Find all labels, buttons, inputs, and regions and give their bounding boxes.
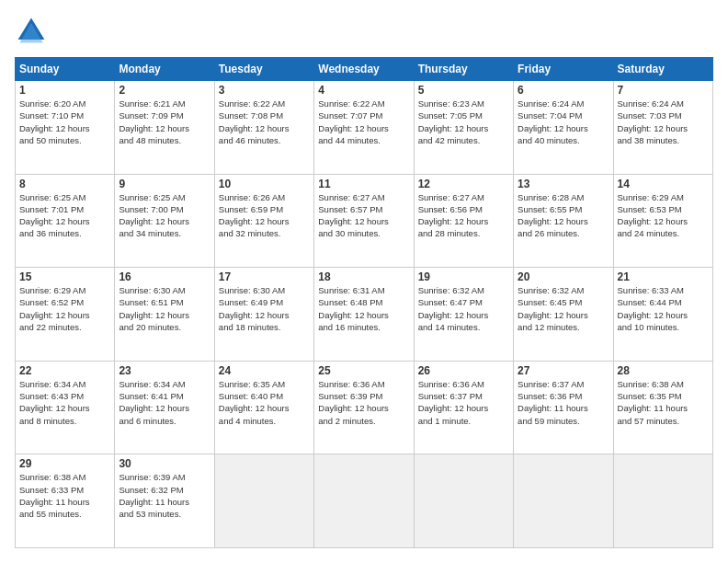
day-info: Sunrise: 6:30 AM Sunset: 6:51 PM Dayligh…: [119, 284, 210, 333]
col-wednesday: Wednesday: [314, 58, 414, 81]
day-info: Sunrise: 6:34 AM Sunset: 6:43 PM Dayligh…: [19, 378, 110, 427]
col-saturday: Saturday: [613, 58, 712, 81]
calendar-cell: 25Sunrise: 6:36 AM Sunset: 6:39 PM Dayli…: [314, 361, 414, 454]
day-info: Sunrise: 6:37 AM Sunset: 6:36 PM Dayligh…: [518, 378, 609, 427]
day-number: 11: [318, 178, 409, 190]
day-number: 22: [19, 364, 110, 377]
day-info: Sunrise: 6:36 AM Sunset: 6:37 PM Dayligh…: [418, 378, 509, 427]
calendar-cell: 26Sunrise: 6:36 AM Sunset: 6:37 PM Dayli…: [414, 361, 513, 454]
calendar-cell: 20Sunrise: 6:32 AM Sunset: 6:45 PM Dayli…: [514, 268, 613, 362]
day-number: 23: [119, 364, 210, 377]
day-number: 6: [518, 84, 609, 97]
calendar-cell: 10Sunrise: 6:26 AM Sunset: 6:59 PM Dayli…: [214, 174, 313, 268]
day-info: Sunrise: 6:29 AM Sunset: 6:52 PM Dayligh…: [19, 284, 110, 333]
calendar-cell: 24Sunrise: 6:35 AM Sunset: 6:40 PM Dayli…: [214, 361, 313, 454]
calendar-cell: 7Sunrise: 6:24 AM Sunset: 7:03 PM Daylig…: [613, 81, 712, 175]
calendar-cell: 19Sunrise: 6:32 AM Sunset: 6:47 PM Dayli…: [414, 268, 513, 362]
day-info: Sunrise: 6:33 AM Sunset: 6:44 PM Dayligh…: [618, 284, 709, 333]
calendar-cell: 4Sunrise: 6:22 AM Sunset: 7:07 PM Daylig…: [314, 81, 414, 175]
day-number: 20: [518, 270, 609, 283]
day-number: 26: [418, 364, 509, 377]
day-number: 7: [618, 84, 709, 97]
calendar-week-row: 29Sunrise: 6:38 AM Sunset: 6:33 PM Dayli…: [16, 454, 713, 548]
calendar-cell: 2Sunrise: 6:21 AM Sunset: 7:09 PM Daylig…: [115, 81, 214, 175]
page: Sunday Monday Tuesday Wednesday Thursday…: [0, 0, 728, 563]
calendar-cell: 9Sunrise: 6:25 AM Sunset: 7:00 PM Daylig…: [115, 174, 214, 268]
col-monday: Monday: [115, 58, 214, 81]
calendar-cell: 12Sunrise: 6:27 AM Sunset: 6:56 PM Dayli…: [414, 174, 513, 268]
calendar-cell: 27Sunrise: 6:37 AM Sunset: 6:36 PM Dayli…: [514, 361, 613, 454]
calendar-cell: [414, 454, 513, 548]
calendar-week-row: 22Sunrise: 6:34 AM Sunset: 6:43 PM Dayli…: [16, 361, 713, 454]
day-info: Sunrise: 6:38 AM Sunset: 6:33 PM Dayligh…: [19, 471, 110, 520]
day-info: Sunrise: 6:39 AM Sunset: 6:32 PM Dayligh…: [119, 471, 210, 520]
day-number: 27: [518, 364, 609, 377]
col-thursday: Thursday: [414, 58, 513, 81]
day-info: Sunrise: 6:34 AM Sunset: 6:41 PM Dayligh…: [119, 378, 210, 427]
calendar-cell: 23Sunrise: 6:34 AM Sunset: 6:41 PM Dayli…: [115, 361, 214, 454]
col-friday: Friday: [514, 58, 613, 81]
day-number: 30: [119, 457, 210, 470]
calendar-cell: 28Sunrise: 6:38 AM Sunset: 6:35 PM Dayli…: [613, 361, 712, 454]
day-info: Sunrise: 6:27 AM Sunset: 6:57 PM Dayligh…: [318, 191, 409, 240]
day-info: Sunrise: 6:26 AM Sunset: 6:59 PM Dayligh…: [219, 191, 310, 240]
calendar-cell: 6Sunrise: 6:24 AM Sunset: 7:04 PM Daylig…: [514, 81, 613, 175]
day-number: 9: [119, 178, 210, 190]
day-info: Sunrise: 6:24 AM Sunset: 7:03 PM Dayligh…: [618, 98, 709, 146]
day-info: Sunrise: 6:25 AM Sunset: 7:01 PM Dayligh…: [19, 191, 110, 240]
day-number: 3: [219, 84, 310, 97]
day-info: Sunrise: 6:32 AM Sunset: 6:47 PM Dayligh…: [418, 284, 509, 333]
calendar-cell: 13Sunrise: 6:28 AM Sunset: 6:55 PM Dayli…: [514, 174, 613, 268]
day-info: Sunrise: 6:32 AM Sunset: 6:45 PM Dayligh…: [518, 284, 609, 333]
day-info: Sunrise: 6:22 AM Sunset: 7:07 PM Dayligh…: [318, 98, 409, 146]
day-number: 21: [618, 270, 709, 283]
day-info: Sunrise: 6:27 AM Sunset: 6:56 PM Dayligh…: [418, 191, 509, 240]
day-info: Sunrise: 6:28 AM Sunset: 6:55 PM Dayligh…: [518, 191, 609, 240]
calendar-cell: 16Sunrise: 6:30 AM Sunset: 6:51 PM Dayli…: [115, 268, 214, 362]
calendar-cell: 14Sunrise: 6:29 AM Sunset: 6:53 PM Dayli…: [613, 174, 712, 268]
day-info: Sunrise: 6:20 AM Sunset: 7:10 PM Dayligh…: [19, 98, 110, 146]
day-info: Sunrise: 6:21 AM Sunset: 7:09 PM Dayligh…: [119, 98, 210, 146]
day-number: 1: [19, 84, 110, 97]
calendar-cell: 30Sunrise: 6:39 AM Sunset: 6:32 PM Dayli…: [115, 454, 214, 548]
calendar-cell: [214, 454, 313, 548]
calendar-week-row: 8Sunrise: 6:25 AM Sunset: 7:01 PM Daylig…: [16, 174, 713, 268]
day-info: Sunrise: 6:30 AM Sunset: 6:49 PM Dayligh…: [219, 284, 310, 333]
calendar-cell: [613, 454, 712, 548]
day-number: 8: [19, 178, 110, 190]
col-sunday: Sunday: [16, 58, 115, 81]
day-number: 13: [518, 178, 609, 190]
calendar-cell: 1Sunrise: 6:20 AM Sunset: 7:10 PM Daylig…: [16, 81, 115, 175]
calendar-cell: 17Sunrise: 6:30 AM Sunset: 6:49 PM Dayli…: [214, 268, 313, 362]
day-info: Sunrise: 6:24 AM Sunset: 7:04 PM Dayligh…: [518, 98, 609, 146]
logo-icon: [15, 15, 48, 48]
calendar-cell: 5Sunrise: 6:23 AM Sunset: 7:05 PM Daylig…: [414, 81, 513, 175]
day-number: 24: [219, 364, 310, 377]
day-number: 19: [418, 270, 509, 283]
day-info: Sunrise: 6:25 AM Sunset: 7:00 PM Dayligh…: [119, 191, 210, 240]
day-number: 29: [19, 457, 110, 470]
day-number: 25: [318, 364, 409, 377]
calendar-cell: 8Sunrise: 6:25 AM Sunset: 7:01 PM Daylig…: [16, 174, 115, 268]
day-number: 14: [618, 178, 709, 190]
day-info: Sunrise: 6:36 AM Sunset: 6:39 PM Dayligh…: [318, 378, 409, 427]
day-number: 2: [119, 84, 210, 97]
calendar-week-row: 15Sunrise: 6:29 AM Sunset: 6:52 PM Dayli…: [16, 268, 713, 362]
day-number: 15: [19, 270, 110, 283]
calendar-cell: 29Sunrise: 6:38 AM Sunset: 6:33 PM Dayli…: [16, 454, 115, 548]
calendar-cell: 21Sunrise: 6:33 AM Sunset: 6:44 PM Dayli…: [613, 268, 712, 362]
calendar-cell: 3Sunrise: 6:22 AM Sunset: 7:08 PM Daylig…: [214, 81, 313, 175]
day-number: 17: [219, 270, 310, 283]
calendar-header-row: Sunday Monday Tuesday Wednesday Thursday…: [16, 58, 713, 81]
calendar-cell: 15Sunrise: 6:29 AM Sunset: 6:52 PM Dayli…: [16, 268, 115, 362]
calendar-cell: [314, 454, 414, 548]
day-info: Sunrise: 6:31 AM Sunset: 6:48 PM Dayligh…: [318, 284, 409, 333]
day-info: Sunrise: 6:29 AM Sunset: 6:53 PM Dayligh…: [618, 191, 709, 240]
calendar-cell: 22Sunrise: 6:34 AM Sunset: 6:43 PM Dayli…: [16, 361, 115, 454]
day-info: Sunrise: 6:35 AM Sunset: 6:40 PM Dayligh…: [219, 378, 310, 427]
col-tuesday: Tuesday: [214, 58, 313, 81]
day-number: 16: [119, 270, 210, 283]
day-info: Sunrise: 6:22 AM Sunset: 7:08 PM Dayligh…: [219, 98, 310, 146]
day-number: 5: [418, 84, 509, 97]
day-number: 10: [219, 178, 310, 190]
